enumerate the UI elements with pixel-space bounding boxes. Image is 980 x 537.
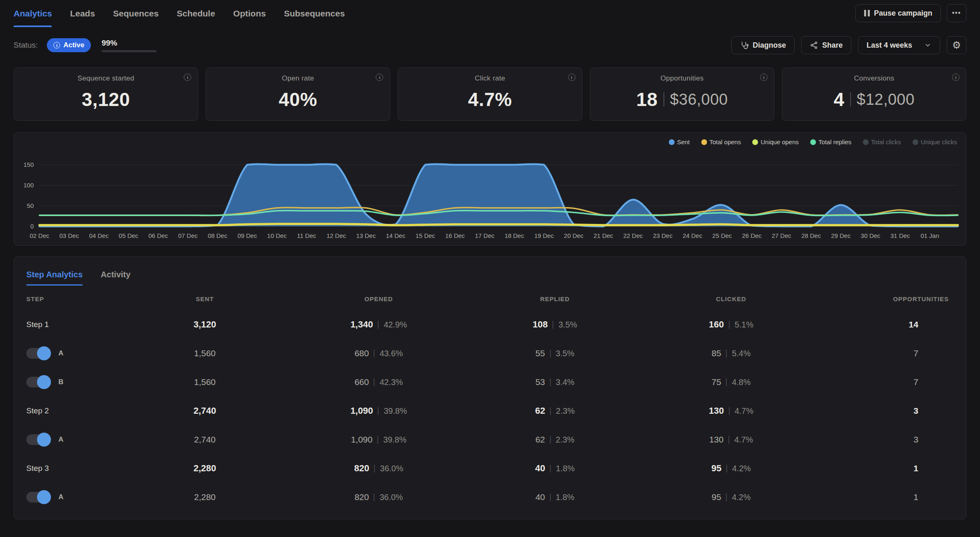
activity-chart: 05010015002 Dec03 Dec04 Dec05 Dec06 Dec0… bbox=[14, 133, 967, 245]
table-row: Step 32,28082036.0%401.8%954.2%1 bbox=[26, 454, 954, 483]
value-divider bbox=[378, 321, 379, 329]
stat-value-number: 40% bbox=[279, 88, 317, 111]
clicked-percent: 4.8% bbox=[732, 378, 751, 387]
table-row: B1,56066042.3%533.4%754.8%7 bbox=[26, 368, 954, 396]
cell-sent: 2,740 bbox=[119, 435, 291, 445]
variant-label: A bbox=[58, 493, 63, 501]
info-icon[interactable]: i bbox=[184, 74, 191, 81]
value-divider bbox=[550, 436, 551, 444]
variant-label: B bbox=[58, 378, 63, 386]
cell-opportunities: 14 bbox=[819, 320, 954, 330]
opened-percent: 39.8% bbox=[383, 435, 407, 445]
clicked-value: 95 bbox=[712, 492, 721, 502]
table-row: A1,56068043.6%553.5%855.4%7 bbox=[26, 339, 954, 368]
nav-item-schedule[interactable]: Schedule bbox=[177, 0, 215, 27]
sent-value: 3,120 bbox=[194, 319, 216, 330]
variant-label: A bbox=[58, 349, 63, 357]
x-axis-tick: 12 Dec bbox=[326, 232, 346, 239]
legend-item-total-replies[interactable]: Total replies bbox=[810, 138, 851, 145]
x-axis-tick: 17 Dec bbox=[475, 232, 495, 239]
clicked-value: 95 bbox=[711, 463, 721, 474]
x-axis-tick: 09 Dec bbox=[238, 232, 257, 239]
variant-toggle[interactable] bbox=[26, 434, 49, 445]
legend-item-unique-clicks[interactable]: Unique clicks bbox=[913, 138, 957, 145]
stat-card-value: 4.7% bbox=[468, 88, 512, 111]
stat-card-value: 40% bbox=[279, 88, 317, 111]
replied-percent: 2.3% bbox=[556, 406, 575, 416]
cell-clicked: 1605.1% bbox=[643, 319, 819, 330]
info-icon[interactable]: i bbox=[568, 74, 576, 81]
tab-activity[interactable]: Activity bbox=[101, 267, 130, 287]
settings-button[interactable]: ⚙ bbox=[947, 36, 966, 54]
table-row: Step 13,1201,34042.9%1083.5%1605.1%14 bbox=[26, 310, 954, 339]
cell-replied: 401.8% bbox=[467, 492, 643, 502]
value-divider bbox=[374, 493, 374, 501]
pause-campaign-label: Pause campaign bbox=[874, 9, 932, 18]
legend-label: Unique opens bbox=[760, 138, 799, 145]
cell-clicked: 1304.7% bbox=[643, 435, 819, 445]
x-axis-tick: 23 Dec bbox=[653, 232, 673, 239]
share-button[interactable]: Share bbox=[801, 36, 851, 54]
variant-label: A bbox=[58, 436, 63, 444]
stethoscope-icon bbox=[740, 41, 749, 50]
info-icon[interactable]: i bbox=[376, 74, 383, 81]
cell-clicked: 754.8% bbox=[643, 377, 819, 387]
legend-item-total-opens[interactable]: Total opens bbox=[701, 138, 741, 145]
replied-percent: 3.4% bbox=[556, 378, 575, 387]
x-axis-tick: 04 Dec bbox=[89, 232, 109, 239]
opened-value: 1,090 bbox=[350, 406, 373, 416]
stat-card-value: 4$12,000 bbox=[834, 88, 915, 111]
top-navigation: AnalyticsLeadsSequencesScheduleOptionsSu… bbox=[0, 0, 980, 27]
stat-value-number: 4 bbox=[834, 88, 844, 111]
tab-step-analytics[interactable]: Step Analytics bbox=[26, 267, 83, 287]
nav-item-analytics[interactable]: Analytics bbox=[14, 0, 52, 27]
sent-value: 2,280 bbox=[194, 463, 216, 474]
legend-dot bbox=[701, 139, 707, 145]
legend-dot bbox=[810, 139, 816, 145]
x-axis-tick: 13 Dec bbox=[356, 232, 376, 239]
nav-item-leads[interactable]: Leads bbox=[70, 0, 95, 27]
legend-item-total-clicks[interactable]: Total clicks bbox=[863, 138, 901, 145]
nav-item-sequences[interactable]: Sequences bbox=[113, 0, 159, 27]
legend-label: Sent bbox=[677, 138, 690, 145]
nav-item-options[interactable]: Options bbox=[233, 0, 266, 27]
variant-control: A bbox=[26, 348, 119, 359]
clicked-percent: 4.7% bbox=[735, 406, 753, 416]
pause-campaign-button[interactable]: Pause campaign bbox=[855, 4, 941, 22]
info-icon[interactable]: i bbox=[760, 74, 767, 81]
info-icon[interactable]: i bbox=[952, 74, 959, 81]
nav-item-subsequences[interactable]: Subsequences bbox=[284, 0, 345, 27]
cell-clicked: 954.2% bbox=[643, 463, 819, 474]
x-axis-tick: 03 Dec bbox=[59, 232, 79, 239]
cell-replied: 622.3% bbox=[467, 435, 643, 445]
diagnose-button[interactable]: Diagnose bbox=[731, 36, 795, 54]
toggle-knob bbox=[37, 490, 51, 504]
variant-toggle[interactable] bbox=[26, 377, 49, 387]
x-axis-tick: 26 Dec bbox=[742, 232, 762, 239]
cell-sent: 1,560 bbox=[119, 348, 291, 358]
stat-card-label: Conversions bbox=[854, 74, 894, 83]
cell-sent: 2,280 bbox=[119, 492, 291, 502]
legend-item-unique-opens[interactable]: Unique opens bbox=[752, 138, 799, 145]
more-options-button[interactable]: ⋯ bbox=[947, 4, 966, 22]
value-divider bbox=[550, 407, 551, 415]
sent-value: 1,560 bbox=[194, 348, 216, 358]
x-axis-tick: 31 Dec bbox=[890, 232, 910, 239]
cell-sent: 2,740 bbox=[119, 406, 291, 416]
x-axis-tick: 08 Dec bbox=[208, 232, 227, 239]
stat-card-sequence-started: iSequence started3,120 bbox=[14, 67, 198, 121]
variant-toggle[interactable] bbox=[26, 492, 49, 502]
cell-step: A bbox=[26, 348, 119, 359]
clicked-value: 130 bbox=[709, 435, 723, 445]
value-divider bbox=[729, 407, 730, 415]
legend-item-sent[interactable]: Sent bbox=[669, 138, 690, 145]
legend-dot bbox=[752, 139, 758, 145]
value-divider bbox=[552, 321, 553, 329]
cell-opportunities: 7 bbox=[819, 377, 954, 387]
date-range-select[interactable]: Last 4 weeks bbox=[858, 36, 940, 54]
variant-toggle[interactable] bbox=[26, 348, 49, 359]
cell-sent: 1,560 bbox=[119, 377, 291, 387]
cell-step: A bbox=[26, 492, 119, 502]
stat-card-conversions: iConversions4$12,000 bbox=[782, 67, 966, 121]
column-header-sent: SENT bbox=[119, 295, 291, 302]
